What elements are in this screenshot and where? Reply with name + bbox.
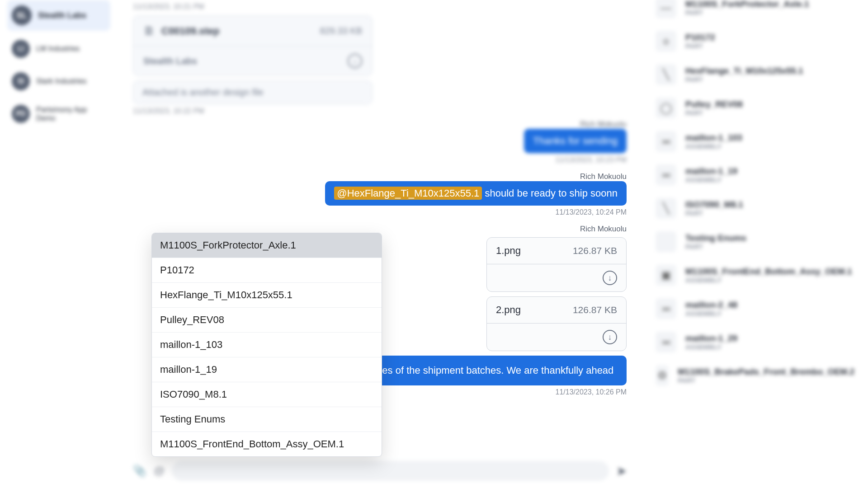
mention-option[interactable]: maillon-1_103 [152, 333, 382, 357]
part-name: Testing Enums [685, 233, 746, 243]
part-icon: ╲ [656, 64, 676, 85]
mention-option[interactable]: ISO7090_M8.1 [152, 382, 382, 407]
file-name-partial: 2.png [496, 304, 521, 316]
sidebar-item-label: Stark Industries [36, 77, 86, 85]
conversations-sidebar: SL Stealth Labs LI LM Industries SI Star… [0, 0, 118, 488]
parts-panel: — M1100S_ForkProtector_Axle.1 PART ⌾ P10… [642, 0, 868, 488]
message-composer: 📎 @ ➤ [122, 458, 637, 483]
part-icon: ⫘ [656, 298, 676, 319]
part-name: ISO7090_M8.1 [685, 200, 743, 210]
part-row[interactable]: ▣ M1100S_FrontEnd_Bottom_Assy_OEM.1 ASSE… [651, 258, 859, 292]
message-bubble-outgoing: Thanks for sending [524, 129, 627, 153]
avatar: SI [12, 72, 30, 90]
part-row[interactable]: — M1100S_ForkProtector_Axle.1 PART [651, 0, 859, 24]
part-icon: ◯ [656, 98, 676, 118]
message-timestamp: 11/13/2023, 10:26 PM [556, 388, 627, 396]
sidebar-item-label: Partsimony App Demo [36, 105, 106, 122]
file-attachment-card[interactable]: 🗎 C00109.step 829.33 KB Stealth Labs ↓ [133, 15, 373, 76]
message-timestamp: 11/13/2023, 10:22 PM [133, 107, 627, 115]
sidebar-item[interactable]: SI Stark Industries [7, 67, 110, 96]
part-name: maillon-1_29 [685, 333, 737, 343]
mention-option[interactable]: Testing Enums [152, 407, 382, 432]
file-size: 126.87 KB [573, 305, 617, 315]
file-size: 829.33 KB [320, 26, 362, 36]
part-name: M1100S_BrakePads_Front_Brembo_OEM.2 [678, 367, 854, 377]
part-type: PART [685, 42, 715, 50]
sidebar-item[interactable]: LI LM Industries [7, 34, 110, 63]
part-name: maillon-1_103 [685, 133, 742, 143]
part-icon: ⌾ [656, 31, 676, 52]
part-name: maillon-1_19 [685, 166, 737, 176]
mention-chip[interactable]: @HexFlange_Ti_M10x125x55.1 [334, 187, 482, 200]
mention-autocomplete-menu[interactable]: M1100S_ForkProtector_Axle.1 P10172 HexFl… [151, 233, 382, 457]
part-type: PART [685, 9, 809, 16]
part-type: PART [678, 377, 854, 384]
part-row[interactable]: Testing Enums PART [651, 225, 859, 258]
mention-option[interactable]: maillon-1_19 [152, 357, 382, 382]
part-icon: ⫘ [656, 164, 676, 185]
part-type: PART [685, 210, 743, 217]
message-text: should be ready to ship soonn [482, 188, 618, 199]
sidebar-item-label: LM Industries [36, 44, 80, 53]
message-text-partial: res of the shipment batches. We are than… [379, 365, 613, 376]
avatar: PD [12, 105, 30, 123]
image-attachment-card[interactable]: 2.png 126.87 KB ↓ [486, 296, 627, 351]
mention-option[interactable]: M1100S_FrontEnd_Bottom_Assy_OEM.1 [152, 432, 382, 456]
part-type: PART [685, 109, 743, 117]
sidebar-item[interactable]: PD Partsimony App Demo [7, 99, 110, 128]
part-name: M1100S_FrontEnd_Bottom_Assy_OEM.1 [685, 267, 852, 277]
download-icon[interactable]: ↓ [603, 271, 617, 285]
part-row[interactable]: ⌾ P10172 PART [651, 24, 859, 58]
file-size: 126.87 KB [573, 245, 617, 256]
message-sender: Rich Mokuolu [580, 225, 627, 234]
message-timestamp: 11/13/2023, 10:21 PM [133, 3, 627, 11]
mention-option[interactable]: Pulley_REV08 [152, 308, 382, 333]
part-row[interactable]: ╲ ISO7090_M8.1 PART [651, 192, 859, 225]
part-row[interactable]: ⫘ maillon-1_103 ASSEMBLY [651, 125, 859, 158]
message-bubble: Attached is another design file [133, 80, 373, 104]
part-type: PART [685, 76, 803, 83]
sidebar-item[interactable]: SL Stealth Labs [7, 0, 110, 31]
mention-option[interactable]: P10172 [152, 258, 382, 283]
file-source: Stealth Labs [143, 56, 197, 66]
part-type: PART [685, 243, 746, 250]
avatar: SL [12, 5, 32, 25]
part-icon: ⫘ [656, 332, 676, 352]
part-icon: ⚙ [656, 365, 669, 386]
attach-icon[interactable]: 📎 [133, 465, 146, 477]
message-input[interactable] [172, 461, 609, 481]
download-icon[interactable]: ↓ [348, 54, 362, 68]
mention-icon[interactable]: @ [154, 465, 165, 477]
mention-option[interactable]: M1100S_ForkProtector_Axle.1 [152, 233, 382, 258]
part-type: ASSEMBLY [685, 176, 737, 183]
part-icon [656, 231, 676, 252]
part-row[interactable]: ⫘ maillon-1_19 ASSEMBLY [651, 158, 859, 192]
message-timestamp: 11/13/2023, 10:24 PM [556, 208, 627, 216]
part-type: ASSEMBLY [685, 343, 737, 351]
part-name: M1100S_ForkProtector_Axle.1 [685, 0, 809, 9]
message-timestamp: 11/13/2023, 10:23 PM [556, 156, 627, 164]
part-type: ASSEMBLY [685, 277, 852, 284]
mention-option[interactable]: HexFlange_Ti_M10x125x55.1 [152, 283, 382, 308]
part-row[interactable]: ⫘ maillon-2_48 ASSEMBLY [651, 292, 859, 325]
part-row[interactable]: ⫘ maillon-1_29 ASSEMBLY [651, 325, 859, 359]
send-icon[interactable]: ➤ [616, 464, 627, 479]
message-sender: Rich Mokuolu [580, 172, 627, 181]
part-name: HexFlange_Ti_M10x125x55.1 [685, 66, 803, 76]
sidebar-item-label: Stealth Labs [38, 11, 86, 20]
part-type: ASSEMBLY [685, 143, 742, 150]
part-name: P10172 [685, 33, 715, 42]
message-sender: Rich Mokuolu [580, 120, 627, 129]
download-icon[interactable]: ↓ [603, 330, 617, 344]
part-name: maillon-2_48 [685, 300, 737, 310]
message-bubble-outgoing: @HexFlange_Ti_M10x125x55.1 should be rea… [325, 181, 627, 206]
part-row[interactable]: ⚙ M1100S_BrakePads_Front_Brembo_OEM.2 PA… [651, 359, 859, 392]
message-bubble-outgoing: res of the shipment batches. We are than… [369, 356, 627, 385]
part-row[interactable]: ◯ Pulley_REV08 PART [651, 91, 859, 125]
part-row[interactable]: ╲ HexFlange_Ti_M10x125x55.1 PART [651, 58, 859, 91]
part-name: Pulley_REV08 [685, 99, 743, 109]
avatar: LI [12, 40, 30, 58]
file-name: C00109.step [161, 25, 219, 37]
image-attachment-card[interactable]: 1.png 126.87 KB ↓ [486, 237, 627, 292]
part-type: ASSEMBLY [685, 310, 737, 317]
